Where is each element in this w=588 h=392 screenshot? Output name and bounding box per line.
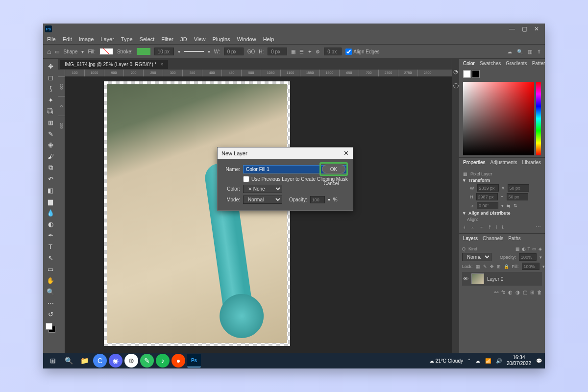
menu-help[interactable]: Help — [263, 36, 274, 42]
cloud-icon[interactable]: ☁ — [507, 49, 512, 54]
prop-y-input[interactable] — [507, 193, 528, 200]
clipping-mask-checkbox[interactable] — [243, 176, 249, 182]
blend-mode-select[interactable]: Normal — [462, 253, 491, 261]
workspace-icon[interactable]: ▥ — [528, 49, 532, 54]
menu-plugins[interactable]: Plugins — [212, 36, 230, 42]
menu-edit[interactable]: Edit — [63, 36, 72, 42]
history-brush-tool[interactable]: ↶ — [45, 173, 56, 184]
hand-tool[interactable]: ✋ — [45, 275, 56, 286]
weather-widget[interactable]: ☁ 21°C Cloudy — [429, 358, 463, 364]
tab-patterns[interactable]: Patterns — [532, 61, 545, 66]
more-tools[interactable]: ⋯ — [45, 297, 56, 308]
layer-opacity-input[interactable] — [519, 253, 537, 261]
stroke-style[interactable] — [184, 51, 204, 52]
color-swatches[interactable] — [46, 323, 55, 333]
home-icon[interactable]: ⌂ — [47, 48, 51, 55]
tab-adjustments[interactable]: Adjustments — [490, 160, 517, 165]
onedrive-icon[interactable]: ☁ — [475, 358, 480, 364]
bg-color-swatch[interactable] — [472, 70, 480, 78]
align-bottom-icon[interactable]: ⫰ — [501, 224, 504, 230]
move-tool[interactable]: ✥ — [45, 61, 56, 72]
menu-image[interactable]: Image — [79, 36, 94, 42]
newlayer-icon[interactable]: ⊞ — [530, 290, 534, 295]
tab-paths[interactable]: Paths — [508, 236, 521, 241]
shape-dropdown[interactable]: Shape — [63, 49, 77, 54]
tab-gradients[interactable]: Gradients — [506, 61, 527, 66]
more-align-icon[interactable]: ⋯ — [536, 224, 541, 230]
color-picker[interactable] — [463, 82, 541, 155]
flip-h-icon[interactable]: ⇋ — [507, 203, 511, 208]
lock-trans-icon[interactable]: ▦ — [476, 264, 480, 269]
tray-chevron-icon[interactable]: ˄ — [468, 358, 470, 364]
photoshop-taskbar-icon[interactable]: Ps — [187, 354, 201, 368]
align-header[interactable]: Align and Distribute — [468, 211, 511, 216]
edit-toolbar[interactable]: ↺ — [45, 309, 56, 319]
menu-filter[interactable]: Filter — [161, 36, 173, 42]
menu-view[interactable]: View — [194, 36, 206, 42]
share-icon[interactable]: ⇪ — [537, 49, 541, 54]
flip-v-icon[interactable]: ⇅ — [514, 203, 517, 208]
menu-file[interactable]: File — [47, 36, 56, 42]
eyedropper-tool[interactable]: ✎ — [45, 128, 56, 139]
menu-3d[interactable]: 3D — [180, 36, 187, 42]
path-tool[interactable]: ↖ — [45, 252, 56, 263]
menu-window[interactable]: Window — [237, 36, 256, 42]
arrange-icon[interactable]: ☰ — [299, 49, 304, 54]
filter-adj-icon[interactable]: ◐ — [522, 246, 526, 251]
gear-icon[interactable]: ⚙ — [316, 49, 320, 54]
frame-tool[interactable]: ⊞ — [45, 117, 56, 128]
lock-nest-icon[interactable]: ⊞ — [497, 264, 501, 269]
prop-x-input[interactable] — [508, 184, 529, 192]
lock-paint-icon[interactable]: ✎ — [483, 264, 487, 269]
adjlayer-icon[interactable]: ◑ — [515, 290, 520, 295]
tab-libraries[interactable]: Libraries — [522, 160, 541, 165]
tab-channels[interactable]: Channels — [483, 236, 503, 241]
document-tab[interactable]: IMG_6174.jpg @ 25% (Layer 0, RGB/8*) * × — [60, 60, 168, 69]
height-input[interactable] — [268, 48, 287, 55]
tab-swatches[interactable]: Swatches — [480, 61, 501, 66]
gradient-tool[interactable]: ▆ — [45, 196, 56, 207]
trash-icon[interactable]: 🗑 — [537, 290, 542, 295]
search-taskbar-icon[interactable]: 🔍 — [62, 354, 75, 368]
width-input[interactable] — [224, 48, 244, 55]
lock-all-icon[interactable]: 🔒 — [504, 264, 509, 269]
align-vcenter-icon[interactable]: ⫲ — [495, 224, 497, 230]
wand-tool[interactable]: ✦ — [45, 95, 56, 105]
evernote-icon[interactable]: ✎ — [140, 354, 154, 368]
info-icon[interactable]: ⓘ — [453, 82, 459, 88]
layer-item[interactable]: 👁 Layer 0 — [462, 272, 542, 286]
pen-tool[interactable]: ✒ — [45, 230, 56, 241]
eraser-tool[interactable]: ◧ — [45, 185, 56, 196]
color-select[interactable]: ✕ None — [243, 185, 282, 193]
discord-icon[interactable]: ◉ — [109, 354, 122, 368]
prop-h-input[interactable] — [476, 193, 498, 200]
tab-properties[interactable]: Properties — [463, 160, 486, 165]
stroke-swatch[interactable] — [137, 48, 150, 55]
dialog-close-icon[interactable]: ✕ — [343, 149, 349, 157]
maximize-button[interactable]: ▢ — [522, 25, 527, 32]
mask-icon[interactable]: ◐ — [508, 290, 513, 295]
menu-select[interactable]: Select — [140, 36, 155, 42]
zoom-tool[interactable]: 🔍 — [45, 286, 56, 297]
filter-type-icon[interactable]: T — [528, 246, 531, 251]
tab-layers[interactable]: Layers — [463, 236, 478, 241]
opacity-input[interactable] — [310, 196, 325, 203]
wifi-icon[interactable]: 📶 — [485, 358, 491, 364]
align-right-icon[interactable]: ⫟ — [479, 224, 485, 230]
filter-smart-icon[interactable]: ◈ — [539, 246, 542, 251]
fx-icon[interactable]: fx — [501, 290, 505, 295]
link-icon[interactable]: ⚯ — [494, 290, 498, 295]
align-hcenter-icon[interactable]: ⫠ — [470, 224, 475, 230]
prop-angle-input[interactable] — [477, 202, 498, 209]
dialog-titlebar[interactable]: New Layer ✕ — [218, 147, 353, 159]
filter-pixel-icon[interactable]: ▦ — [515, 246, 520, 251]
close-tab-icon[interactable]: × — [160, 62, 163, 67]
lasso-tool[interactable]: ⟆ — [45, 83, 56, 94]
canvas[interactable] — [65, 76, 452, 359]
layer-thumbnail[interactable] — [471, 273, 484, 284]
chrome-icon[interactable]: C — [93, 354, 107, 368]
kind-filter[interactable]: Kind — [468, 246, 477, 251]
layer-name[interactable]: Layer 0 — [487, 276, 503, 282]
start-button[interactable]: ⊞ — [46, 354, 60, 368]
layer-fill-input[interactable] — [522, 263, 539, 270]
